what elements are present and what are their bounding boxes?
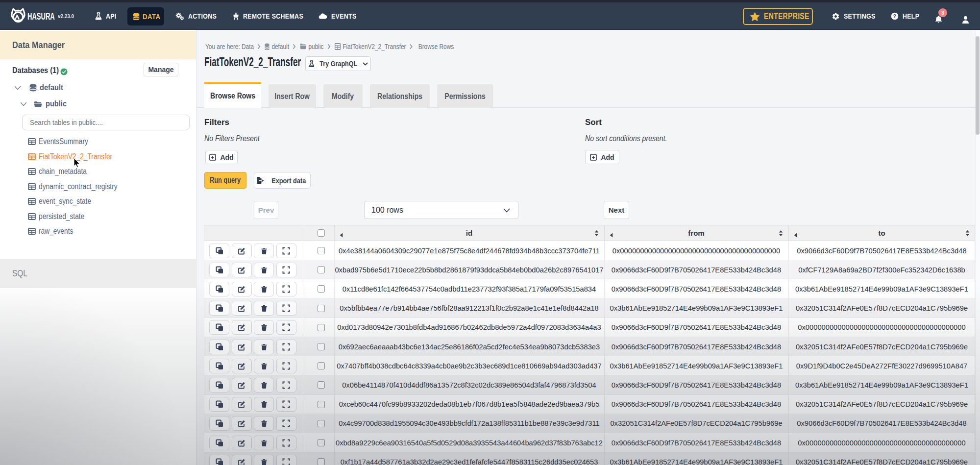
svg-text:?: ?	[893, 13, 897, 19]
